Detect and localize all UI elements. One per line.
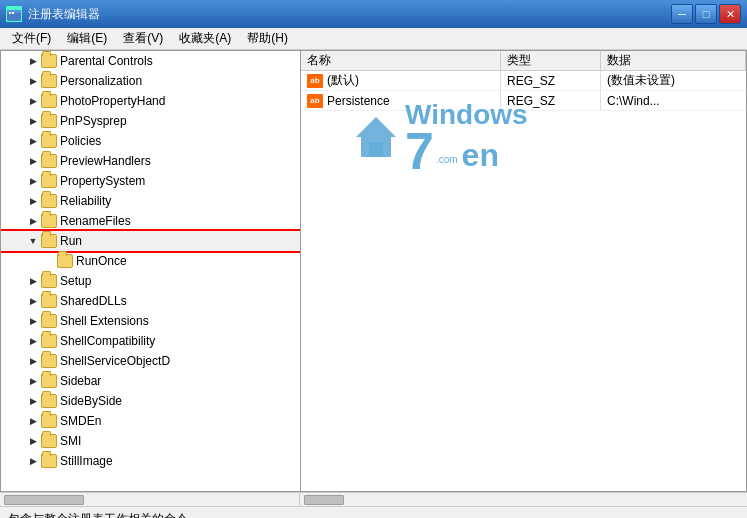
tree-item-sidebar[interactable]: Sidebar <box>1 371 300 391</box>
expand-icon <box>25 293 41 309</box>
folder-icon <box>41 314 57 328</box>
menu-favorites[interactable]: 收藏夹(A) <box>171 28 239 49</box>
right-scrollbar[interactable] <box>300 493 747 506</box>
folder-icon <box>41 154 57 168</box>
tree-label: Shell Extensions <box>60 314 149 328</box>
menu-file[interactable]: 文件(F) <box>4 28 59 49</box>
tree-item-shell-service-object-d[interactable]: ShellServiceObjectD <box>1 351 300 371</box>
svg-rect-2 <box>9 12 11 14</box>
folder-icon <box>57 254 73 268</box>
expand-icon <box>25 213 41 229</box>
tree-item-smden[interactable]: SMDEn <box>1 411 300 431</box>
folder-icon <box>41 434 57 448</box>
tree-item-setup[interactable]: Setup <box>1 271 300 291</box>
tree-label: Sidebar <box>60 374 101 388</box>
tree-item-shared-dlls[interactable]: SharedDLLs <box>1 291 300 311</box>
tree-item-policies[interactable]: Policies <box>1 131 300 151</box>
expand-icon <box>25 413 41 429</box>
right-pane: 名称 类型 数据 Windows 7 .com <box>301 51 746 491</box>
tree-pane[interactable]: Parental Controls Personalization PhotoP… <box>1 51 301 491</box>
col-header-type[interactable]: 类型 <box>501 51 601 70</box>
main-area: Parental Controls Personalization PhotoP… <box>0 50 747 492</box>
col-header-data[interactable]: 数据 <box>601 51 746 70</box>
tree-label: RunOnce <box>76 254 127 268</box>
horizontal-scrollbar-area <box>0 492 747 506</box>
tree-label: SMDEn <box>60 414 101 428</box>
reg-type-icon: ab <box>307 94 323 108</box>
folder-icon <box>41 394 57 408</box>
reg-type-default: REG_SZ <box>501 71 601 90</box>
tree-item-side-by-side[interactable]: SideBySide <box>1 391 300 411</box>
column-headers: 名称 类型 数据 <box>301 51 746 71</box>
menu-edit[interactable]: 编辑(E) <box>59 28 115 49</box>
tree-label: StillImage <box>60 454 113 468</box>
tree-item-shell-compatibility[interactable]: ShellCompatibility <box>1 331 300 351</box>
folder-icon <box>41 74 57 88</box>
watermark: Windows 7 .com en <box>351 101 528 173</box>
folder-icon <box>41 194 57 208</box>
expand-icon <box>25 93 41 109</box>
folder-icon <box>41 214 57 228</box>
reg-data-default: (数值未设置) <box>601 71 746 90</box>
folder-icon <box>41 234 57 248</box>
tree-label: PreviewHandlers <box>60 154 151 168</box>
registry-row-default[interactable]: ab (默认) REG_SZ (数值未设置) <box>301 71 746 91</box>
menu-help[interactable]: 帮助(H) <box>239 28 296 49</box>
svg-marker-4 <box>356 117 396 157</box>
expand-icon <box>25 53 41 69</box>
tree-label: Policies <box>60 134 101 148</box>
registry-row-persistence[interactable]: ab Persistence REG_SZ C:\Wind... <box>301 91 746 111</box>
expand-icon <box>25 333 41 349</box>
tree-scrollbar[interactable] <box>0 493 300 506</box>
status-text: 包含与整个注册表工作相关的命令。 <box>8 511 200 518</box>
app-icon <box>6 6 22 22</box>
expand-icon <box>25 373 41 389</box>
tree-label: ShellServiceObjectD <box>60 354 170 368</box>
tree-label: PnPSysprep <box>60 114 127 128</box>
close-button[interactable]: ✕ <box>719 4 741 24</box>
window-title: 注册表编辑器 <box>28 6 671 23</box>
svg-rect-3 <box>12 12 14 14</box>
maximize-button[interactable]: □ <box>695 4 717 24</box>
tree-item-parental-controls[interactable]: Parental Controls <box>1 51 300 71</box>
expand-icon <box>25 253 41 269</box>
tree-label: SideBySide <box>60 394 122 408</box>
tree-item-still-image[interactable]: StillImage <box>1 451 300 471</box>
menu-bar: 文件(F) 编辑(E) 查看(V) 收藏夹(A) 帮助(H) <box>0 28 747 50</box>
expand-icon <box>25 313 41 329</box>
tree-item-reliability[interactable]: Reliability <box>1 191 300 211</box>
tree-item-photo-property-hand[interactable]: PhotoPropertyHand <box>1 91 300 111</box>
tree-item-preview-handlers[interactable]: PreviewHandlers <box>1 151 300 171</box>
reg-type-persistence: REG_SZ <box>501 91 601 110</box>
folder-icon <box>41 114 57 128</box>
tree-label: PropertySystem <box>60 174 145 188</box>
expand-icon <box>25 113 41 129</box>
tree-item-run-once[interactable]: RunOnce <box>1 251 300 271</box>
tree-item-pnp-sysprep[interactable]: PnPSysprep <box>1 111 300 131</box>
folder-icon <box>41 174 57 188</box>
folder-icon <box>41 94 57 108</box>
tree-item-shell-extensions[interactable]: Shell Extensions <box>1 311 300 331</box>
expand-icon <box>25 453 41 469</box>
expand-icon <box>25 433 41 449</box>
tree-item-personalization[interactable]: Personalization <box>1 71 300 91</box>
folder-icon <box>41 414 57 428</box>
registry-entries[interactable]: Windows 7 .com en ab (默认) REG_SZ (数值 <box>301 71 746 491</box>
tree-item-property-system[interactable]: PropertySystem <box>1 171 300 191</box>
col-header-name[interactable]: 名称 <box>301 51 501 70</box>
folder-icon <box>41 374 57 388</box>
folder-icon <box>41 274 57 288</box>
reg-name-persistence: ab Persistence <box>301 91 501 110</box>
tree-label: Setup <box>60 274 91 288</box>
folder-icon <box>41 334 57 348</box>
reg-type-icon: ab <box>307 74 323 88</box>
tree-item-rename-files[interactable]: RenameFiles <box>1 211 300 231</box>
minimize-button[interactable]: ─ <box>671 4 693 24</box>
tree-label: Reliability <box>60 194 111 208</box>
tree-label: Run <box>60 234 82 248</box>
menu-view[interactable]: 查看(V) <box>115 28 171 49</box>
tree-item-smi[interactable]: SMI <box>1 431 300 451</box>
tree-item-run[interactable]: Run <box>1 231 300 251</box>
tree-label: RenameFiles <box>60 214 131 228</box>
status-bar: 包含与整个注册表工作相关的命令。 <box>0 506 747 518</box>
